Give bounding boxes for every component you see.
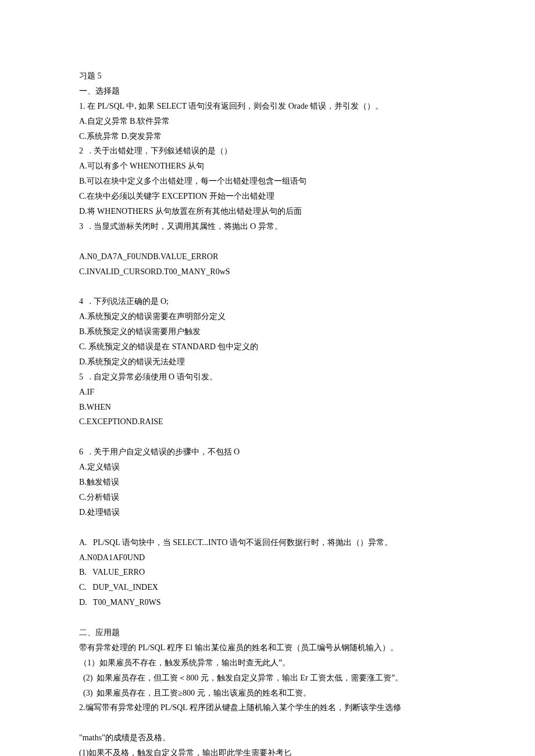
blank-line	[79, 610, 456, 625]
question-text: 1. 在 PL/SQL 中, 如果 SELECT 语句没有返回列，则会引发 Or…	[79, 99, 456, 114]
option-text: B.触发错误	[79, 475, 456, 490]
blank-line	[79, 520, 456, 535]
body-text: (3) 如果雇员存在，且工资≥800 元，输出该雇员的姓名和工资。	[79, 686, 456, 701]
blank-line	[79, 429, 456, 445]
text-line: 习题 5	[79, 69, 456, 84]
option-text: A.系统预定义的错误需要在声明部分定义	[79, 309, 456, 324]
section-heading: 二、应用题	[79, 625, 456, 640]
document-page: 习题 5 一、选择题 1. 在 PL/SQL 中, 如果 SELECT 语句没有…	[0, 0, 535, 756]
option-text: A.N0_DA7A_F0UNDB.VALUE_ERROR	[79, 249, 456, 264]
blank-line	[79, 234, 456, 249]
question-text: 6 . 关于用户自定义错误的步骤中，不包括 O	[79, 445, 456, 460]
option-text: C.EXCEPTIOND.RAISE	[79, 414, 456, 429]
option-text: C.系统异常 D.突发异常	[79, 129, 456, 144]
body-text: 2.编写带有异常处理的 PL/SQL 程序团从键盘上随机输入某个学生的姓名，判断…	[79, 700, 456, 715]
blank-line	[79, 715, 456, 730]
option-text: A.IF	[79, 385, 456, 400]
option-text: A.可以有多个 WHENOTHERS 从句	[79, 159, 456, 174]
option-text: C.INVALID_CURSORD.T00_MANY_R0wS	[79, 264, 456, 280]
question-text: 4 . 下列说法正确的是 O;	[79, 294, 456, 309]
question-text: 2 . 关于出错处理，下列叙述错误的是（）	[79, 144, 456, 159]
question-text: 3 . 当显式游标关闭时，又调用其属性，将抛出 O 异常。	[79, 219, 456, 234]
option-text: C. 系统预定义的错误是在 STANDARD 包中定义的	[79, 339, 456, 354]
body-text: （1）如果雇员不存在，触发系统异常，输出时查无此人”。	[79, 655, 456, 671]
option-text: B.WHEN	[79, 400, 456, 415]
option-text: A.N0DA1AF0UND	[79, 550, 456, 565]
option-text: A.自定义异常 B.软件异常	[79, 114, 456, 129]
option-text: C.分析错误	[79, 490, 456, 505]
option-text: B. VALUE_ERRO	[79, 565, 456, 580]
body-text: (1)如果不及格，触发自定义异常，输出即此学生需要补考匕	[79, 746, 456, 756]
option-text: C.在块中必须以关键字 EXCEPTION 开始一个出错处理	[79, 189, 456, 204]
option-text: D.系统预定义的错误无法处理	[79, 354, 456, 370]
option-text: B.可以在块中定义多个出错处理，每一个出错处理包含一组语句	[79, 174, 456, 189]
body-text: 带有异常处理的 PL/SQL 程序 El 输出某位雇员的姓名和工资（员工编号从钢…	[79, 640, 456, 655]
option-text: D.处理错误	[79, 505, 456, 520]
question-text: 5 . 自定义异常必须使用 O 语句引发。	[79, 370, 456, 385]
body-text: (2) 如果雇员存在，但工资＜800 元，触发自定义异常，输出 Er 工资太低，…	[79, 671, 456, 686]
blank-line	[79, 279, 456, 294]
option-text: D.将 WHENOTHERS 从句放置在所有其他出错处理从句的后面	[79, 204, 456, 219]
section-heading: 一、选择题	[79, 84, 456, 99]
option-text: B.系统预定义的错误需要用户触发	[79, 324, 456, 339]
question-text: A. PL/SQL 语句块中，当 SELECT...INTO 语句不返回任何数据…	[79, 535, 456, 550]
option-text: C. DUP_VAL_INDEX	[79, 580, 456, 595]
body-text: "maths"的成绩是否及格。	[79, 730, 456, 746]
option-text: A.定义错误	[79, 460, 456, 475]
option-text: D. T00_MANY_R0WS	[79, 595, 456, 610]
